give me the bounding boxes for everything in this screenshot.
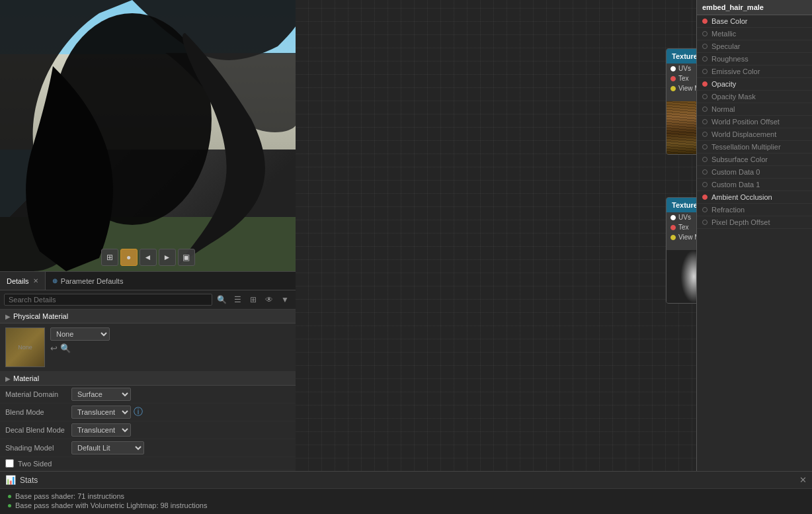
mat-pin-subsurface-color: Subsurface Color [697,153,812,166]
mat-pin-opacity: Opacity [697,78,812,91]
search-input[interactable] [4,294,212,306]
dblend-select[interactable]: Translucent [71,423,131,437]
mat-pin-circle-9 [702,132,708,137]
material-search-icon[interactable]: 🔍 [60,343,71,353]
stats-icon: 📊 [5,475,16,485]
mat-pin-circle-7 [702,107,708,112]
mat-pin-ambient-occlusion: Ambient Occlusion [697,191,812,204]
stats-header: 📊 Stats ✕ [0,472,812,489]
stats-items: Base pass shader: 71 instructionsBase pa… [8,492,804,510]
domain-select[interactable]: Surface [71,388,131,401]
stats-close-btn[interactable]: ✕ [799,475,807,485]
blend-select[interactable]: Translucent [71,406,131,419]
search-icon[interactable]: 🔍 [215,293,228,306]
mat-pin-circle-12 [702,169,708,175]
pin-uvs-circle-2 [670,215,676,220]
two-sided-checkbox[interactable] [5,459,14,468]
viewport-btn-5[interactable]: ▣ [178,249,195,266]
mat-pin-circle-1 [702,31,708,36]
prop-shading-model: Shading Model Default Lit [0,439,296,457]
mat-pin-pixel-depth-offset: Pixel Depth Offset [697,216,812,229]
section-physical-material[interactable]: ▶ Physical Material [0,310,296,323]
mat-pin-circle-4 [702,69,708,74]
details-tab-bar: Details ✕ ⊕ Parameter Defaults [0,272,296,290]
mat-pin-circle-16 [702,220,708,225]
grid-view-icon[interactable]: ⊞ [247,293,260,306]
mat-pin-circle-14 [702,194,708,200]
mat-pin-circle-3 [702,56,708,62]
mat-pin-base-color: Base Color [697,15,812,28]
material-pins: Base ColorMetallicSpecularRoughnessEmiss… [697,15,812,229]
mat-pin-circle-10 [702,144,708,150]
material-preview-row: None None ↩ 🔍 [0,323,296,372]
dropdown-icon[interactable]: ▼ [278,293,292,306]
pin-mip-circle-1 [670,86,676,91]
mat-pin-opacity-mask: Opacity Mask [697,91,812,103]
tab-details-close[interactable]: ✕ [33,277,38,284]
shading-select[interactable]: Default Lit [71,441,144,454]
mat-pin-refraction: Refraction [697,204,812,216]
mat-pin-specular: Specular [697,40,812,53]
material-select[interactable]: None [50,327,110,341]
mat-pin-normal: Normal [697,103,812,116]
mat-pin-custom-data-0: Custom Data 0 [697,166,812,179]
mat-pin-world-position-offset: World Position Offset [697,116,812,128]
stats-item: Base pass shader with Volumetric Lightma… [8,501,804,510]
stats-content: Base pass shader: 71 instructionsBase pa… [0,489,812,513]
viewport-btn-2[interactable]: ● [120,249,138,266]
mat-pin-circle-0 [702,19,708,24]
pin-tex-circle-1 [670,76,676,81]
mat-pin-circle-2 [702,44,708,49]
mat-pin-roughness: Roughness [697,53,812,65]
material-node: embed_hair_male Base ColorMetallicSpecul… [696,0,812,471]
stats-dot [8,495,11,498]
mat-pin-circle-8 [702,119,708,124]
material-name-controls: None [50,327,110,341]
eye-icon[interactable]: 👁 [263,293,276,306]
mat-pin-metallic: Metallic [697,28,812,40]
prop-blend-mode: Blend Mode Translucent ⓘ [0,404,296,421]
search-bar: 🔍 ☰ ⊞ 👁 ▼ [0,290,296,310]
two-sided-row: Two Sided [0,457,296,470]
prop-material-domain: Material Domain Surface [0,386,296,404]
tab-details[interactable]: Details ✕ [0,272,46,290]
pin-tex-circle-2 [670,225,676,230]
stats-bar: 📊 Stats ✕ Base pass shader: 71 instructi… [0,471,812,514]
mat-pin-emissive-color: Emissive Color [697,65,812,78]
viewport-btn-1[interactable]: ⊞ [101,249,118,266]
mat-pin-circle-13 [702,182,708,187]
viewport-btn-4[interactable]: ► [159,249,176,266]
mat-pin-circle-6 [702,94,708,99]
mat-pin-world-displacement: World Displacement [697,128,812,141]
material-thumbnail: None [5,327,45,367]
section-material[interactable]: ▶ Material [0,372,296,386]
pin-mip-circle-2 [670,235,676,240]
list-view-icon[interactable]: ☰ [231,293,244,306]
mat-pin-custom-data-1: Custom Data 1 [697,179,812,191]
tab-parameter-defaults[interactable]: ⊕ Parameter Defaults [46,272,130,290]
pin-uvs-circle-1 [670,66,676,71]
prop-decal-blend-mode: Decal Blend Mode Translucent [0,421,296,439]
param-icon: ⊕ [52,277,58,284]
mat-pin-circle-15 [702,207,708,212]
material-node-header: embed_hair_male [697,0,812,15]
stats-dot [8,504,11,507]
mat-pin-circle-5 [702,81,708,87]
material-icon-buttons: ↩ 🔍 [50,343,110,353]
section-arrow-physical: ▶ [5,313,11,320]
blend-info-icon[interactable]: ⓘ [134,406,143,418]
section-arrow-material: ▶ [5,375,11,382]
viewport-btn-3[interactable]: ◄ [140,249,157,266]
mat-pin-tessellation-multiplier: Tessellation Multiplier [697,141,812,153]
mat-pin-circle-11 [702,157,708,162]
material-reset-icon[interactable]: ↩ [50,343,58,353]
stats-item: Base pass shader: 71 instructions [8,492,804,501]
